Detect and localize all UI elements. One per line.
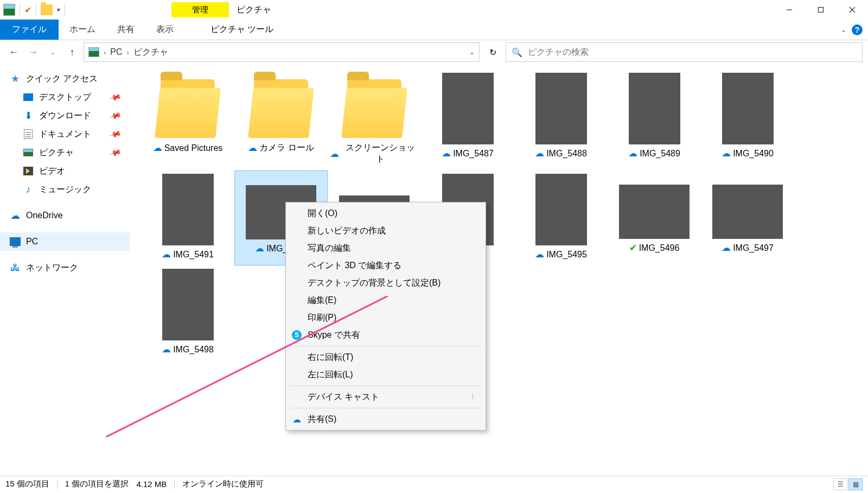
chevron-right-icon[interactable]: › xyxy=(127,48,129,56)
sidebar-pictures[interactable]: ピクチャ📌 xyxy=(0,143,130,162)
tab-home[interactable]: ホーム xyxy=(59,20,106,40)
folder-icon[interactable] xyxy=(41,4,53,15)
file-item[interactable]: ☁IMG_5488 xyxy=(514,69,608,170)
cloud-status-icon: ☁ xyxy=(442,148,451,159)
file-item[interactable]: ☁IMG_5490 xyxy=(701,69,794,170)
sidebar-network[interactable]: 🖧ネットワーク xyxy=(0,258,130,277)
sidebar-label: ドキュメント xyxy=(39,129,91,140)
thumbnails-view-button[interactable]: ▦ xyxy=(848,478,863,490)
forward-button[interactable]: → xyxy=(25,47,41,58)
file-item[interactable]: ☁IMG_5498 xyxy=(141,266,234,361)
file-item[interactable]: ☁IMG_5497 xyxy=(701,170,794,266)
menu-rotate-left[interactable]: 左に回転(L) xyxy=(286,366,486,383)
file-item[interactable]: ☁IMG_5487 xyxy=(421,69,514,170)
breadcrumb-folder[interactable]: ピクチャ xyxy=(133,47,168,58)
sidebar-documents[interactable]: ドキュメント📌 xyxy=(0,125,130,143)
status-size: 4.12 MB xyxy=(136,479,167,489)
item-label: IMG_5495 xyxy=(546,250,587,260)
recent-chevron-icon[interactable]: ⌄ xyxy=(44,48,61,56)
menu-label: デスクトップの背景として設定(B) xyxy=(308,277,441,289)
sidebar-onedrive[interactable]: ☁OneDrive xyxy=(0,206,130,225)
breadcrumb-pc[interactable]: PC xyxy=(110,47,122,57)
folder-icon xyxy=(155,73,220,138)
submenu-arrow-icon: 〉 xyxy=(471,392,478,402)
folder-item[interactable]: ☁スクリーンショット xyxy=(328,69,421,170)
sidebar-music[interactable]: ♪ミュージック xyxy=(0,180,130,199)
context-tab-label[interactable]: 管理 xyxy=(171,2,229,17)
menu-edit[interactable]: 編集(E) xyxy=(286,292,486,309)
file-item[interactable]: ✔IMG_5496 xyxy=(608,170,701,266)
menu-share[interactable]: ☁共有(S) xyxy=(286,410,486,428)
separator xyxy=(174,479,175,489)
search-box[interactable]: 🔍 xyxy=(506,42,863,62)
up-button[interactable]: ↑ xyxy=(64,47,80,58)
image-thumbnail xyxy=(535,174,587,245)
close-button[interactable] xyxy=(837,0,868,20)
menu-separator xyxy=(290,346,481,346)
title-bar: ✔ ▾ 管理 ピクチャ xyxy=(0,0,868,20)
window-title: ピクチャ xyxy=(237,4,271,16)
menu-rotate-right[interactable]: 右に回転(T) xyxy=(286,349,486,366)
synced-status-icon: ✔ xyxy=(629,242,637,254)
pin-icon: 📌 xyxy=(108,90,122,104)
sidebar-label: デスクトップ xyxy=(39,92,91,103)
items-view[interactable]: ☁Saved Pictures ☁カメラ ロール ☁スクリーンショット ☁IMG… xyxy=(130,64,868,471)
sidebar-pc[interactable]: PC xyxy=(0,232,130,251)
menu-new-video[interactable]: 新しいビデオの作成 xyxy=(286,222,486,239)
menu-label: Skype で共有 xyxy=(308,330,360,341)
app-icon[interactable] xyxy=(3,4,15,16)
file-tab[interactable]: ファイル xyxy=(0,20,59,40)
sidebar-label: ダウンロード xyxy=(39,110,91,122)
maximize-button[interactable] xyxy=(805,0,837,20)
address-dropdown-icon[interactable]: ⌄ xyxy=(469,48,475,56)
menu-print[interactable]: 印刷(P) xyxy=(286,309,486,326)
chevron-right-icon[interactable]: › xyxy=(104,48,106,56)
file-item[interactable]: ☁IMG_5495 xyxy=(514,170,608,266)
file-item[interactable]: ☁IMG_5491 xyxy=(141,170,234,266)
image-thumbnail xyxy=(722,73,774,144)
item-label: IMG_5498 xyxy=(173,345,214,355)
menu-edit-photo[interactable]: 写真の編集 xyxy=(286,239,486,257)
sidebar-quick-access[interactable]: ★クイック アクセス xyxy=(0,69,130,88)
chevron-down-icon[interactable]: ▾ xyxy=(57,6,60,14)
menu-cast[interactable]: デバイス キャスト〉 xyxy=(286,388,486,406)
cloud-status-icon: ☁ xyxy=(330,148,339,160)
refresh-button[interactable]: ↻ xyxy=(483,42,502,62)
sidebar-label: ピクチャ xyxy=(39,147,74,159)
separator xyxy=(57,479,58,489)
folder-item[interactable]: ☁Saved Pictures xyxy=(141,69,234,170)
pin-icon: 📌 xyxy=(108,127,122,141)
sidebar-video[interactable]: ビデオ xyxy=(0,162,130,180)
back-button[interactable]: ← xyxy=(5,47,22,58)
separator xyxy=(20,4,20,15)
cloud-status-icon: ☁ xyxy=(162,344,171,355)
sidebar-label: ネットワーク xyxy=(26,262,78,274)
help-icon[interactable]: ? xyxy=(852,24,863,35)
image-thumbnail xyxy=(629,73,680,144)
sidebar-desktop[interactable]: デスクトップ📌 xyxy=(0,88,130,106)
address-bar[interactable]: › PC › ピクチャ ⌄ xyxy=(84,42,480,62)
status-bar: 15 個の項目 1 個の項目を選択 4.12 MB オンライン時に使用可 ☰ ▦ xyxy=(0,476,868,492)
cloud-status-icon: ☁ xyxy=(255,243,264,254)
menu-label: 印刷(P) xyxy=(308,312,336,324)
ribbon-expand-icon[interactable]: ⌄ xyxy=(841,26,846,34)
checkmark-icon[interactable]: ✔ xyxy=(24,5,31,15)
tab-view[interactable]: 表示 xyxy=(145,20,184,40)
file-item[interactable]: ☁IMG_5489 xyxy=(608,69,701,170)
details-view-button[interactable]: ☰ xyxy=(833,478,847,490)
item-label: IMG_5490 xyxy=(733,149,774,159)
tab-picture-tools[interactable]: ピクチャ ツール xyxy=(201,20,283,40)
menu-open[interactable]: 開く(O) xyxy=(286,205,486,222)
sidebar-downloads[interactable]: ⬇ダウンロード📌 xyxy=(0,106,130,125)
folder-item[interactable]: ☁カメラ ロール xyxy=(234,69,328,170)
item-label: IMG_5497 xyxy=(733,243,774,253)
search-input[interactable] xyxy=(528,47,857,57)
cloud-icon: ☁ xyxy=(10,211,21,220)
menu-label: 写真の編集 xyxy=(308,243,351,254)
tab-share[interactable]: 共有 xyxy=(106,20,145,40)
menu-set-background[interactable]: デスクトップの背景として設定(B) xyxy=(286,274,486,292)
star-icon: ★ xyxy=(10,74,21,84)
minimize-button[interactable] xyxy=(774,0,805,20)
menu-skype-share[interactable]: SSkype で共有 xyxy=(286,326,486,344)
menu-paint3d[interactable]: ペイント 3D で編集する xyxy=(286,257,486,274)
